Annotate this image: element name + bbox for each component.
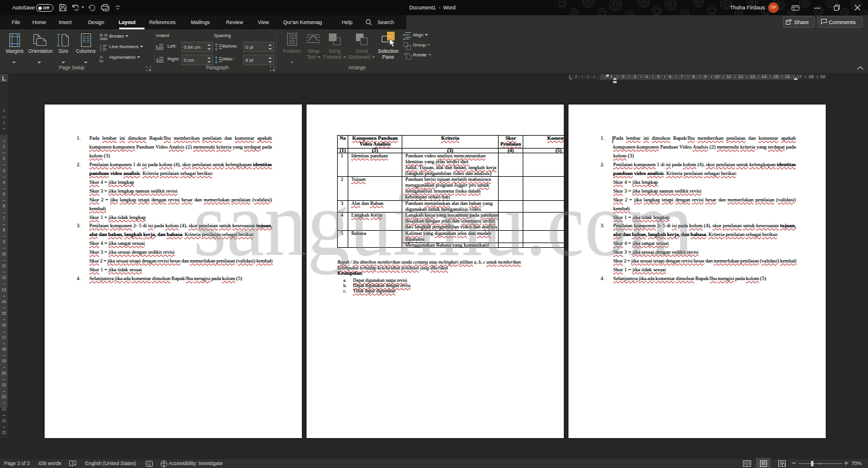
svg-text:bc: bc [99, 59, 104, 62]
svg-text:2: 2 [100, 48, 102, 51]
svg-text:a-: a- [100, 55, 104, 59]
